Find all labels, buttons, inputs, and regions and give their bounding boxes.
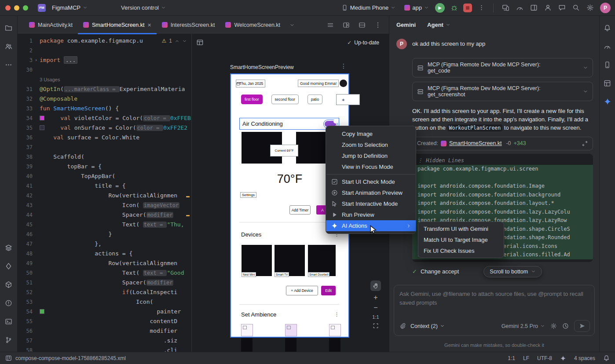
menu-item-Start Interactive Mode[interactable]: Start Interactive Mode xyxy=(326,198,416,209)
tab-WelcomeScreen.kt[interactable]: WelcomeScreen.kt xyxy=(220,16,286,34)
gemini-input-container[interactable]: Ask Gemini, use @filename to attach sour… xyxy=(394,285,595,336)
next-warning-icon[interactable] xyxy=(182,39,187,44)
more-h-icon[interactable] xyxy=(3,59,15,70)
gauge-icon[interactable] xyxy=(514,2,525,14)
run-button[interactable]: ▶ xyxy=(435,3,445,13)
menu-item-Run Preview[interactable]: Run Preview xyxy=(326,209,416,220)
color-swatch-icon[interactable] xyxy=(40,116,44,120)
problems-icon[interactable] xyxy=(3,297,15,309)
context-button[interactable]: Context (2) xyxy=(410,323,445,329)
menu-item-Jump to Definition[interactable]: Jump to Definition xyxy=(326,150,416,161)
expand-icon[interactable] xyxy=(583,65,588,70)
layout-cols-icon[interactable] xyxy=(528,2,539,14)
device-selector[interactable]: Medium Phone xyxy=(339,3,398,13)
more-actions-icon[interactable] xyxy=(476,2,487,14)
submenu-item-Fix UI Check Issues[interactable]: Fix UI Check Issues xyxy=(418,245,504,256)
minimize-window-icon[interactable] xyxy=(14,5,19,11)
more-v-icon[interactable] xyxy=(372,19,384,31)
menu-item-Zoom to Selection[interactable]: Zoom to Selection xyxy=(326,139,416,150)
account-icon[interactable] xyxy=(542,2,553,14)
device-tile[interactable] xyxy=(308,245,336,276)
gauge-icon[interactable] xyxy=(602,40,613,52)
maximize-window-icon[interactable] xyxy=(23,5,28,11)
zoom-in-button[interactable]: + xyxy=(373,294,377,301)
agent-tab[interactable]: Agent xyxy=(427,22,450,28)
ai-assistant-icon[interactable] xyxy=(560,355,566,361)
submenu-item-Match UI to Target Image[interactable]: Match UI to Target Image xyxy=(418,234,504,245)
gear-icon[interactable] xyxy=(584,2,596,14)
vcs-icon[interactable] xyxy=(3,334,15,346)
layout-inspector-icon[interactable] xyxy=(602,77,613,89)
warning-stripe-mark[interactable] xyxy=(186,215,190,216)
preview-layout-icon[interactable] xyxy=(196,39,204,46)
statusbar-indent[interactable]: 4 spaces xyxy=(574,355,595,361)
project-selector[interactable]: FigmaMCP xyxy=(49,3,90,13)
vcs-widget[interactable]: Version control xyxy=(118,3,168,13)
device-mirror-icon[interactable] xyxy=(500,2,511,14)
preview-title[interactable]: SmartHomeScreenPreview xyxy=(230,64,294,70)
people-icon[interactable] xyxy=(3,40,15,52)
history-icon[interactable] xyxy=(562,323,569,329)
device-tile[interactable] xyxy=(275,245,305,276)
tab-list-chevron-icon[interactable] xyxy=(286,19,298,31)
profile-avatar-dot[interactable] xyxy=(340,80,347,87)
device-explorer-icon[interactable] xyxy=(602,59,613,70)
feedback-icon[interactable] xyxy=(556,2,567,14)
model-selector[interactable]: Gemini 2.5 Pro xyxy=(502,323,545,329)
color-swatch-icon[interactable] xyxy=(40,309,44,314)
expand-icon[interactable] xyxy=(583,89,588,94)
created-file-card[interactable]: Created: SmartHomeScreen.kt -0 +343 xyxy=(412,137,593,150)
tab-InterestsScreen.kt[interactable]: InterestsScreen.kt xyxy=(157,16,220,34)
ambience-card[interactable] xyxy=(241,324,253,336)
preview-more-icon[interactable]: ⋮ xyxy=(340,62,347,69)
add-device-button[interactable]: + Add Device xyxy=(286,286,318,295)
air-conditioning-header[interactable]: Air Conditioning xyxy=(239,118,339,130)
menu-item-Start Animation Preview[interactable]: Start Animation Preview xyxy=(326,187,416,198)
statusbar-file[interactable]: compose-compose-model-1758866285245.xml xyxy=(15,355,126,361)
build-icon[interactable] xyxy=(3,279,15,290)
prev-warning-icon[interactable] xyxy=(175,39,179,44)
zoom-ratio[interactable]: 1:1 xyxy=(372,314,379,320)
gemini-star-icon[interactable] xyxy=(602,96,613,107)
scroll-to-bottom-button[interactable]: Scroll to bottom xyxy=(483,266,542,277)
window-controls[interactable] xyxy=(0,5,34,11)
statusbar-zoom[interactable]: 1:1 xyxy=(508,355,515,361)
send-button[interactable] xyxy=(574,320,590,332)
fold-arrow-icon[interactable]: › xyxy=(33,55,40,65)
split-right-icon[interactable] xyxy=(340,19,352,31)
tool-call-card[interactable]: MCP (Figma Remote Dev Mode MCP Server): … xyxy=(412,58,593,77)
insights-icon[interactable] xyxy=(3,260,15,272)
list-icon[interactable] xyxy=(325,19,336,31)
bell-icon[interactable] xyxy=(602,22,613,33)
close-window-icon[interactable] xyxy=(5,5,11,11)
floor-chip[interactable]: first floor xyxy=(241,95,263,104)
device-tile[interactable] xyxy=(242,245,272,276)
floor-chip[interactable]: second floor xyxy=(271,95,299,104)
debug-button[interactable] xyxy=(448,2,460,14)
date-chip[interactable]: Thu, Jan 2025 xyxy=(236,80,265,87)
tab-MainActivity.kt[interactable]: MainActivity.kt xyxy=(24,16,78,34)
ambience-more-icon[interactable]: ⋮ xyxy=(334,312,339,317)
attach-icon[interactable] xyxy=(399,323,406,329)
zoom-out-button[interactable]: − xyxy=(373,304,377,311)
inspection-widget[interactable]: ⚠ 1 xyxy=(162,38,187,44)
pan-hand-icon[interactable] xyxy=(370,280,381,291)
tab-SmartHomeScreen.kt[interactable]: SmartHomeScreen.kt× xyxy=(78,16,157,34)
close-icon[interactable]: × xyxy=(147,22,151,28)
search-icon[interactable] xyxy=(570,2,582,14)
settings-label[interactable]: Settings xyxy=(240,192,256,198)
floor-chip[interactable]: patio xyxy=(308,95,322,104)
notifications-icon[interactable] xyxy=(603,355,610,361)
run-configuration-selector[interactable]: app xyxy=(402,3,432,13)
menu-item-View in Focus Mode[interactable]: View in Focus Mode xyxy=(326,161,416,172)
zoom-to-fit-icon[interactable] xyxy=(373,323,379,329)
split-down-icon[interactable] xyxy=(356,19,368,31)
user-avatar[interactable]: P xyxy=(600,3,611,13)
code-editor[interactable]: 1package com.example.figmamcp.u23›import… xyxy=(18,34,191,352)
add-timer-button[interactable]: Add Timer xyxy=(289,205,311,215)
submenu-item-Transform UI with Gemini[interactable]: Transform UI with Gemini xyxy=(418,223,504,234)
stop-button[interactable] xyxy=(463,4,472,12)
gemini-prompt-input[interactable]: Ask Gemini, use @filename to attach sour… xyxy=(399,290,589,307)
statusbar-encoding[interactable]: UTF-8 xyxy=(537,355,552,361)
edit-button[interactable]: Edit xyxy=(321,286,336,295)
